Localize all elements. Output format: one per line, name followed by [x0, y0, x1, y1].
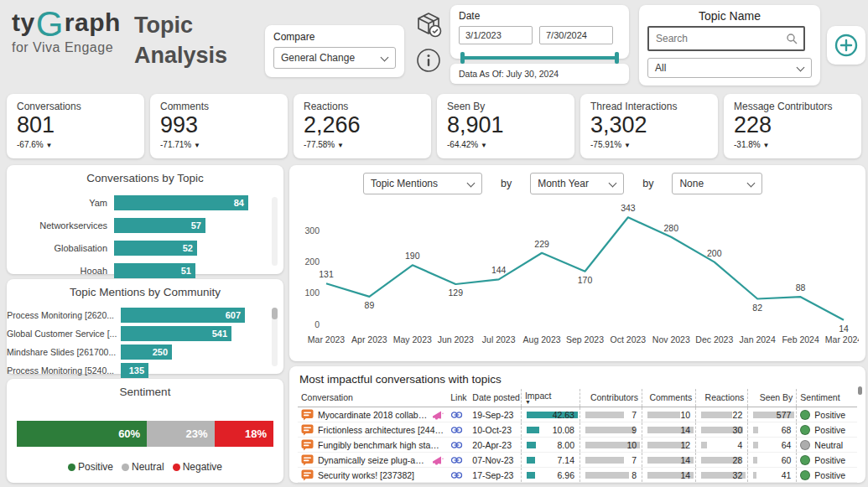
sentiment-label: Positive	[814, 410, 845, 420]
topic-all-dropdown[interactable]: All	[647, 58, 812, 78]
measure-dropdown[interactable]: Topic Mentions	[363, 173, 482, 194]
kpi-delta: -77.58% ▼	[304, 140, 421, 149]
sentiment-segment-positive[interactable]: 60%	[17, 421, 147, 447]
table-row[interactable]: Security works! [237382]17-Sep-236.96814…	[298, 468, 857, 483]
scrollbar-thumb[interactable]	[858, 386, 862, 395]
sentiment-legend: PositiveNeutralNegative	[7, 461, 283, 473]
sentiment-dot-icon	[800, 455, 810, 465]
kpi-label: Comments	[160, 101, 278, 112]
impactful-conversations-title: Most impactful conversations with topics	[289, 366, 865, 389]
date-end-input[interactable]: 7/30/2024	[539, 26, 613, 44]
link-cell[interactable]	[447, 422, 469, 438]
conversation-title[interactable]: Myocardinate 2018 collaboration...	[318, 410, 428, 420]
info-icon[interactable]	[415, 47, 442, 74]
legend-dot-icon	[122, 464, 129, 471]
down-triangle-icon: ▼	[194, 142, 200, 149]
bar-row[interactable]: Process Monitoring [2620...607	[7, 308, 268, 323]
bar-row[interactable]: Networkservices57	[7, 218, 268, 233]
table-row[interactable]: Fungibly benchmark high standar...20-Apr…	[298, 438, 857, 453]
bar[interactable]: 52	[114, 241, 197, 256]
x-axis-tick-label: Sep 2023	[566, 334, 604, 345]
kpi-delta: -67.6% ▼	[17, 140, 134, 149]
bar[interactable]: 541	[121, 326, 231, 341]
table-row[interactable]: Frictionless architectures [244030]10-Oc…	[298, 422, 857, 438]
cell-value: 9	[584, 425, 638, 435]
column-header-sentiment[interactable]: Sentiment	[797, 389, 857, 407]
cell-value: 14	[646, 470, 692, 480]
column-header-impact[interactable]: Impact▼	[521, 389, 580, 407]
column-header-contributors[interactable]: Contributors	[580, 389, 642, 407]
column-header-seen-by[interactable]: Seen By	[748, 389, 797, 407]
scrollbar-thumb[interactable]	[272, 308, 278, 319]
data-bar-cell: 8	[584, 470, 638, 480]
logo-subtitle: for Viva Engage	[12, 40, 121, 55]
bar[interactable]: 57	[114, 218, 205, 233]
conversation-title[interactable]: Frictionless architectures [244030]	[318, 425, 444, 435]
date-slider-handle-end[interactable]	[615, 52, 619, 64]
bar[interactable]: 607	[121, 308, 245, 323]
bar-value-label: 541	[212, 329, 231, 339]
cell-value: 41	[751, 470, 793, 480]
y-axis-tick-label: 200	[304, 256, 320, 267]
bar-row[interactable]: Mindshare Slides [261700...250	[7, 345, 268, 360]
chevron-down-icon	[381, 54, 389, 62]
bar[interactable]: 84	[114, 195, 248, 210]
search-input[interactable]	[656, 33, 786, 44]
dimension1-dropdown[interactable]: Month Year	[530, 173, 624, 194]
package-version-icon[interactable]	[413, 8, 444, 40]
date-start-input[interactable]: 3/1/2023	[459, 26, 533, 44]
cell-value: 10	[584, 440, 638, 450]
bar-row[interactable]: Yam84	[7, 195, 268, 210]
date-posted-cell: 07-Nov-23	[469, 453, 521, 468]
trend-line	[326, 217, 844, 320]
data-bar-cell: 10.08	[525, 425, 576, 435]
column-header-link[interactable]: Link	[447, 389, 469, 407]
data-bar-cell: 7	[584, 410, 638, 420]
table-row[interactable]: Myocardinate 2018 collaboration...19-Sep…	[298, 407, 857, 422]
link-icon	[450, 470, 463, 480]
table-row[interactable]: Dynamically seize plug-and-play ...07-No…	[298, 453, 857, 468]
bar-row[interactable]: Process Monitoring [5240...135	[7, 363, 268, 378]
y-axis-tick-label: 100	[304, 288, 320, 298]
dimension2-dropdown[interactable]: None	[672, 173, 762, 194]
kpi-card-message-contributors: Message Contributors228-31.8% ▼	[724, 94, 861, 158]
scrollbar[interactable]	[272, 197, 278, 266]
date-posted-cell: 20-Apr-23	[469, 438, 521, 453]
topic-search-box[interactable]	[647, 26, 805, 51]
measure-dropdown-value: Topic Mentions	[371, 178, 438, 189]
y-axis-tick-label: 0	[314, 319, 320, 329]
bar-row[interactable]: Globalisation52	[7, 241, 268, 256]
conversation-title[interactable]: Security works! [237382]	[318, 470, 444, 480]
column-header-conversation[interactable]: Conversation	[298, 389, 447, 407]
data-bar-cell: 28	[699, 455, 744, 465]
add-button[interactable]	[827, 26, 865, 65]
link-cell[interactable]	[447, 438, 469, 453]
conversation-icon	[301, 439, 314, 451]
sentiment-segment-negative[interactable]: 18%	[215, 421, 273, 447]
bar-row[interactable]: Hooah51	[7, 263, 268, 278]
bar[interactable]: 250	[121, 345, 172, 360]
column-header-comments[interactable]: Comments	[642, 389, 696, 407]
column-header-date-posted[interactable]: Date posted	[469, 389, 521, 407]
bar-row[interactable]: Global Customer Service [...541	[7, 326, 268, 341]
bar[interactable]: 135	[121, 363, 148, 378]
link-cell[interactable]	[447, 468, 469, 483]
bar[interactable]: 51	[114, 263, 195, 278]
date-range-slider[interactable]	[459, 52, 621, 64]
link-cell[interactable]	[447, 407, 469, 422]
link-cell[interactable]	[447, 453, 469, 468]
sentiment-segment-neutral[interactable]: 23%	[147, 421, 214, 447]
legend-dot-icon	[173, 464, 180, 471]
data-bar-cell: 14	[646, 425, 692, 435]
data-bar-cell: 12	[646, 440, 692, 450]
x-axis-tick-label: Mar 2023	[308, 334, 346, 345]
kpi-value: 8,901	[447, 113, 564, 138]
column-header-reactions[interactable]: Reactions	[696, 389, 748, 407]
kpi-delta: -31.8% ▼	[734, 140, 851, 149]
compare-dropdown[interactable]: General Change	[273, 47, 396, 69]
plus-circle-icon	[834, 33, 859, 58]
conversation-title[interactable]: Fungibly benchmark high standar...	[318, 440, 444, 450]
date-slider-handle-start[interactable]	[460, 52, 465, 64]
conversation-title[interactable]: Dynamically seize plug-and-play ...	[318, 455, 428, 465]
data-bar-cell: 68	[751, 425, 793, 435]
